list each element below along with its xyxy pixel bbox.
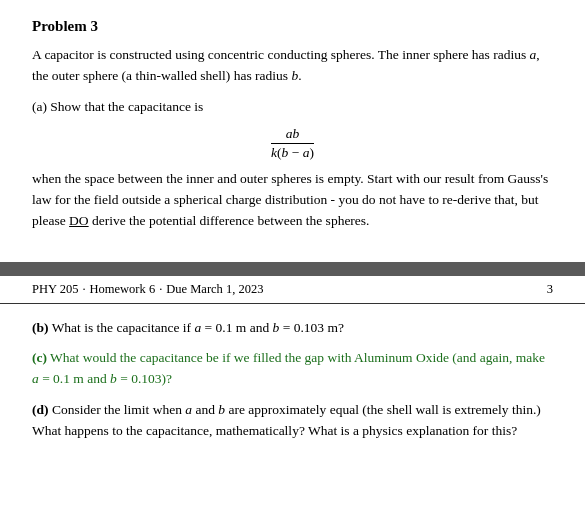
part-d: (d) Consider the limit when a and b are … — [32, 400, 553, 442]
part-b: (b) What is the capacitance if a = 0.1 m… — [32, 318, 553, 339]
page-top: Problem 3 A capacitor is constructed usi… — [0, 0, 585, 232]
problem-title: Problem 3 — [32, 18, 553, 35]
formula-denominator: k(b − a) — [271, 144, 314, 161]
formula-numerator: ab — [271, 126, 314, 144]
footer-left: PHY 205 · Homework 6 · Due March 1, 2023 — [32, 282, 264, 297]
problem-intro: A capacitor is constructed using concent… — [32, 45, 553, 87]
part-c: (c) What would the capacitance be if we … — [32, 348, 553, 390]
page-number: 3 — [547, 282, 553, 297]
course-label: PHY 205 — [32, 282, 78, 297]
part-c-content: (c) What would the capacitance be if we … — [32, 350, 545, 386]
part-a-continuation: when the space between the inner and out… — [32, 169, 553, 232]
capacitance-formula: ab k(b − a) — [271, 126, 314, 161]
dark-divider — [0, 262, 585, 276]
footer-dot2: · — [159, 282, 162, 297]
page-bottom: (b) What is the capacitance if a = 0.1 m… — [0, 304, 585, 471]
part-d-label: (d) — [32, 402, 49, 417]
part-b-label: (b) — [32, 320, 49, 335]
hw-label: Homework 6 — [90, 282, 156, 297]
footer-dot1: · — [82, 282, 85, 297]
footer-bar: PHY 205 · Homework 6 · Due March 1, 2023… — [0, 276, 585, 304]
formula-block: ab k(b − a) — [32, 126, 553, 161]
due-label: Due March 1, 2023 — [166, 282, 263, 297]
part-a-label: (a) Show that the capacitance is — [32, 97, 553, 118]
problem-title-text: Problem 3 — [32, 18, 98, 34]
